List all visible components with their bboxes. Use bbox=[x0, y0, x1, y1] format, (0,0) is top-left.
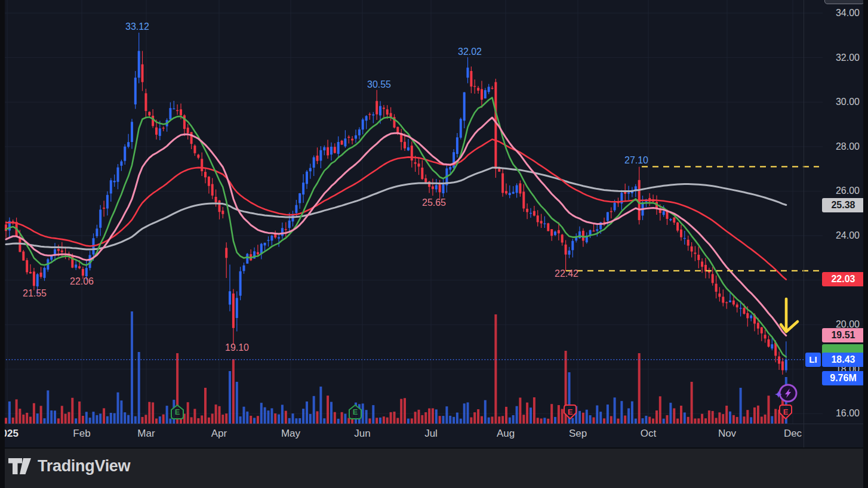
tradingview-logo[interactable]: TradingView bbox=[8, 457, 130, 475]
price-tick-label: 30.00 bbox=[809, 96, 860, 108]
right-edge-strip bbox=[863, 0, 868, 488]
price-tick-label: 32.00 bbox=[809, 52, 860, 64]
clipped-price-label bbox=[824, 0, 864, 4]
symbol-badge: LI bbox=[805, 353, 821, 367]
arrow-down-drawing[interactable] bbox=[781, 299, 798, 332]
tradingview-brand-text: TradingView bbox=[38, 457, 130, 475]
time-tick-label: Mar bbox=[137, 428, 155, 440]
pivot-label-27.10: 27.10 bbox=[624, 155, 648, 166]
ma-slow-badge: 22.03 bbox=[822, 272, 864, 286]
time-tick-label: Jun bbox=[354, 428, 370, 440]
candlestick-layer bbox=[5, 33, 787, 375]
earnings-icon[interactable]: E bbox=[563, 404, 577, 419]
time-tick-label: Feb bbox=[73, 428, 90, 440]
ma-long-line[interactable] bbox=[6, 168, 786, 249]
svg-text:E: E bbox=[568, 407, 573, 416]
pivot-label-19.10: 19.10 bbox=[225, 342, 249, 353]
ma-fast-line[interactable] bbox=[6, 98, 786, 357]
earnings-icon[interactable]: E bbox=[170, 404, 184, 419]
svg-text:E: E bbox=[175, 407, 180, 416]
time-tick-label: Oct bbox=[641, 428, 656, 440]
pivot-label-30.55: 30.55 bbox=[367, 79, 391, 90]
pivot-label-32.02: 32.02 bbox=[458, 47, 482, 57]
time-tick-label: Dec bbox=[784, 428, 802, 440]
price-tick-label: 28.00 bbox=[809, 141, 860, 153]
volume-badge: 9.76M bbox=[822, 371, 864, 385]
lightning-event-icon[interactable] bbox=[772, 381, 800, 405]
chart-pane[interactable]: 33.1230.5532.0227.1021.5522.0619.1025.65… bbox=[0, 0, 804, 424]
time-tick-label: Jul bbox=[424, 428, 438, 440]
time-tick-label: Aug bbox=[497, 428, 515, 440]
pivot-label-33.12: 33.12 bbox=[125, 21, 149, 32]
earnings-icon[interactable]: E bbox=[348, 404, 362, 419]
ma-medium-line[interactable] bbox=[6, 118, 786, 336]
time-axis-border bbox=[0, 424, 863, 424]
price-tick-label: 24.00 bbox=[809, 230, 860, 242]
ma-long-badge: 25.38 bbox=[822, 198, 864, 212]
pivot-label-22.42: 22.42 bbox=[555, 268, 578, 279]
time-tick-label: Apr bbox=[211, 428, 227, 440]
price-tick-label: 26.00 bbox=[809, 185, 860, 197]
time-axis[interactable]: 2025FebMarAprMayJunJulAugSepOctNovDec bbox=[0, 424, 868, 449]
price-axis-border bbox=[804, 0, 804, 447]
time-tick-label: May bbox=[281, 428, 300, 440]
volume-layer bbox=[5, 311, 787, 424]
pivot-label-25.65: 25.65 bbox=[422, 197, 446, 208]
time-tick-label: Nov bbox=[718, 428, 736, 440]
tradingview-logo-icon bbox=[8, 458, 31, 474]
left-edge-strip bbox=[0, 0, 5, 488]
earnings-icon[interactable]: E bbox=[778, 404, 793, 419]
svg-text:E: E bbox=[783, 407, 789, 416]
footer-bar: TradingView bbox=[0, 449, 868, 488]
last-price-badge: 18.43 bbox=[822, 353, 864, 367]
price-tick-label: 34.00 bbox=[809, 7, 860, 19]
ma-slow-line[interactable] bbox=[6, 140, 786, 280]
pivot-label-21.55: 21.55 bbox=[23, 288, 47, 299]
svg-text:E: E bbox=[353, 407, 358, 416]
tradingview-chart-window: 33.1230.5532.0227.1021.5522.0619.1025.65… bbox=[0, 0, 868, 488]
price-tick-label: 16.00 bbox=[809, 407, 860, 419]
chart-plot-canvas[interactable] bbox=[0, 0, 868, 424]
time-tick-label: Sep bbox=[569, 428, 587, 440]
ma-medium-badge: 19.51 bbox=[822, 328, 864, 342]
pivot-label-22.06: 22.06 bbox=[70, 276, 94, 287]
